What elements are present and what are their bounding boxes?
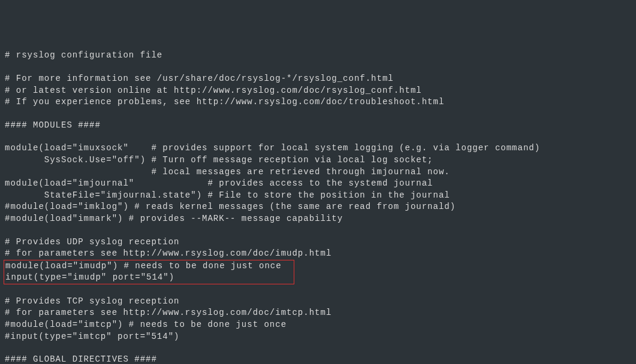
config-line (5, 62, 631, 73)
config-line: module(load="imjournal" # provides acces… (5, 178, 631, 190)
terminal-editor[interactable]: # rsyslog configuration file# For more i… (5, 50, 631, 364)
config-line: #module(load="imtcp") # needs to be done… (5, 319, 631, 331)
config-line: # Provides TCP syslog reception (5, 296, 631, 308)
config-line-highlighted: input(type="imudp" port="514") (5, 272, 293, 284)
config-line: #input(type="imtcp" port="514") (5, 331, 631, 343)
config-line (5, 108, 631, 120)
config-line: # For more information see /usr/share/do… (5, 73, 631, 85)
config-line: #### MODULES #### (5, 120, 631, 132)
config-line: #module(load"immark") # provides --MARK-… (5, 213, 631, 225)
config-line: # for parameters see http://www.rsyslog.… (5, 307, 631, 319)
config-line (5, 284, 631, 296)
config-line: # rsyslog configuration file (5, 50, 631, 62)
config-line: SysSock.Use="off") # Turn off message re… (5, 154, 631, 166)
config-line (5, 225, 631, 236)
config-line: # for parameters see http://www.rsyslog.… (5, 248, 631, 260)
config-line-highlighted: module(load="imudp") # needs to be done … (5, 260, 293, 272)
highlighted-config-block: module(load="imudp") # needs to be done … (4, 260, 294, 284)
config-line: #### GLOBAL DIRECTIVES #### (5, 354, 631, 364)
config-line (5, 342, 631, 354)
config-line: #module(load="imklog") # reads kernel me… (5, 201, 631, 213)
config-line: module(load="imuxsock" # provides suppor… (5, 142, 631, 154)
config-line: # or latest version online at http://www… (5, 85, 631, 97)
config-line: StateFile="imjournal.state") # File to s… (5, 190, 631, 202)
config-line: # local messages are retrieved through i… (5, 166, 631, 178)
config-line: # Provides UDP syslog reception (5, 236, 631, 248)
config-line: # If you experience problems, see http:/… (5, 96, 631, 108)
config-line (5, 131, 631, 142)
